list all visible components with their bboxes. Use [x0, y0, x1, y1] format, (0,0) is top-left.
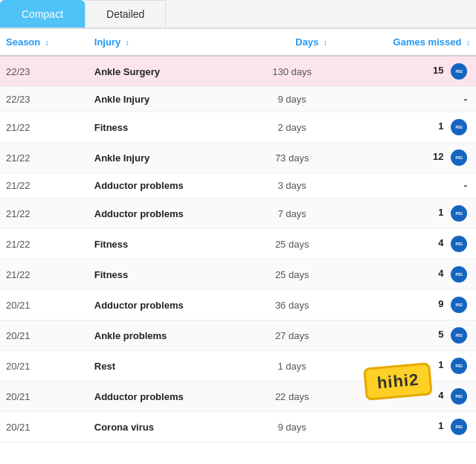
club-icon: [451, 388, 467, 405]
table-row: 21/22Fitness2 days1: [0, 112, 476, 143]
cell-days: 2 days: [251, 112, 333, 143]
cell-days: 36 days: [251, 290, 333, 320]
cell-season: 20/21: [0, 320, 89, 351]
cell-injury: Adductor problems: [89, 199, 251, 229]
cell-games: 15: [333, 56, 476, 87]
cell-injury: Adductor problems: [89, 290, 251, 320]
table-wrapper: Season ↕ Injury ↕ Days ↕ Games missed ↕ …: [0, 29, 476, 442]
tab-detailed[interactable]: Detailed: [85, 0, 166, 28]
cell-days: 1 days: [251, 351, 333, 381]
club-icon: [451, 119, 467, 135]
table-row: 22/23Ankle Surgery130 days15: [0, 56, 476, 87]
cell-season: 21/22: [0, 229, 89, 260]
cell-days: 3 days: [251, 173, 333, 199]
cell-games: 1: [333, 199, 476, 229]
cell-injury: Rest: [89, 351, 251, 381]
cell-games: 9: [333, 290, 476, 320]
tabs-container: Compact Detailed: [0, 0, 476, 29]
sort-season-icon: ↕: [45, 39, 49, 47]
cell-days: 27 days: [251, 320, 333, 351]
cell-injury: Adductor problems: [89, 173, 251, 199]
cell-season: 22/23: [0, 56, 89, 87]
club-icon: [451, 236, 467, 252]
tab-bar: Compact Detailed: [0, 0, 476, 29]
cell-season: 20/21: [0, 290, 89, 320]
cell-injury: Corona virus: [89, 412, 251, 442]
cell-season: 20/21: [0, 381, 89, 412]
col-games[interactable]: Games missed ↕: [333, 29, 476, 56]
cell-days: 73 days: [251, 143, 333, 173]
sort-days-icon: ↕: [324, 39, 327, 47]
cell-games: 1: [333, 412, 476, 442]
cell-days: 9 days: [251, 412, 333, 442]
cell-games: 1: [333, 112, 476, 143]
club-icon: [451, 358, 467, 374]
table-row: 20/21Corona virus9 days1: [0, 412, 476, 442]
cell-injury: Ankle Surgery: [89, 56, 251, 87]
table-row: 21/22Adductor problems7 days1: [0, 199, 476, 229]
cell-injury: Ankle Injury: [89, 143, 251, 173]
cell-injury: Fitness: [89, 229, 251, 260]
cell-games: 12: [333, 143, 476, 173]
cell-season: 20/21: [0, 351, 89, 381]
cell-season: 21/22: [0, 143, 89, 173]
cell-season: 22/23: [0, 87, 89, 112]
club-icon: [451, 419, 467, 435]
sort-injury-icon: ↕: [126, 39, 129, 47]
club-icon: [451, 327, 467, 344]
table-row: 21/22Ankle Injury73 days12: [0, 143, 476, 173]
table-row: 22/23Ankle Injury9 days-: [0, 87, 476, 112]
table-row: 21/22Fitness25 days4: [0, 260, 476, 290]
cell-season: 21/22: [0, 260, 89, 290]
cell-season: 21/22: [0, 112, 89, 143]
cell-days: 9 days: [251, 87, 333, 112]
cell-games: 5: [333, 320, 476, 351]
cell-days: 25 days: [251, 229, 333, 260]
cell-season: 21/22: [0, 199, 89, 229]
cell-season: 21/22: [0, 173, 89, 199]
club-icon: [451, 266, 467, 283]
cell-season: 20/21: [0, 412, 89, 442]
col-injury[interactable]: Injury ↕: [89, 29, 251, 56]
watermark: hihi2: [363, 362, 433, 401]
col-days[interactable]: Days ↕: [251, 29, 333, 56]
cell-days: 130 days: [251, 56, 333, 87]
cell-injury: Fitness: [89, 260, 251, 290]
cell-injury: Fitness: [89, 112, 251, 143]
cell-days: 7 days: [251, 199, 333, 229]
club-icon: [451, 205, 467, 222]
club-icon: [451, 63, 467, 80]
table-row: 20/21Adductor problems36 days9: [0, 290, 476, 320]
cell-injury: Ankle problems: [89, 320, 251, 351]
club-icon: [451, 297, 467, 313]
table-row: 21/22Adductor problems3 days-: [0, 173, 476, 199]
club-icon: [451, 149, 467, 166]
cell-games: -: [333, 87, 476, 112]
cell-games: -: [333, 173, 476, 199]
table-header-row: Season ↕ Injury ↕ Days ↕ Games missed ↕: [0, 29, 476, 56]
cell-games: 4: [333, 229, 476, 260]
cell-injury: Ankle Injury: [89, 87, 251, 112]
table-row: 20/21Ankle problems27 days5: [0, 320, 476, 351]
cell-injury: Adductor problems: [89, 381, 251, 412]
sort-games-icon: ↕: [466, 39, 470, 47]
cell-days: 22 days: [251, 381, 333, 412]
col-season[interactable]: Season ↕: [0, 29, 89, 56]
cell-games: 4: [333, 260, 476, 290]
tab-compact[interactable]: Compact: [0, 0, 85, 28]
cell-days: 25 days: [251, 260, 333, 290]
table-row: 21/22Fitness25 days4: [0, 229, 476, 260]
